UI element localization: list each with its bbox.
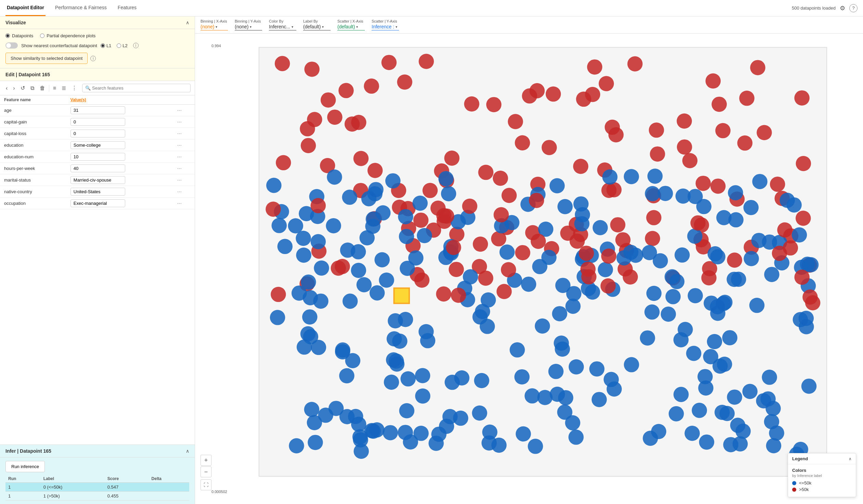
scatter-dot[interactable] [627, 56, 643, 72]
scatter-dot[interactable] [699, 435, 714, 450]
scatter-dot[interactable] [569, 359, 584, 375]
scatter-dot[interactable] [486, 97, 502, 113]
scatter-dot[interactable] [417, 228, 432, 244]
scatter-dot[interactable] [340, 243, 355, 258]
scatter-dot[interactable] [607, 382, 622, 397]
scatter-dot[interactable] [701, 270, 716, 285]
similarity-info-icon[interactable]: i [90, 56, 96, 61]
scatter-dot[interactable] [739, 91, 754, 106]
scatter-dot[interactable] [598, 262, 613, 277]
scatter-dot[interactable] [474, 373, 489, 388]
scatter-dot[interactable] [777, 222, 792, 238]
help-button[interactable]: ? [849, 4, 858, 12]
feature-value-input[interactable] [71, 106, 125, 114]
scatter-dot[interactable] [304, 62, 320, 77]
scatter-dot[interactable] [463, 269, 478, 284]
scatter-dot[interactable] [624, 357, 639, 372]
scatter-dot[interactable] [314, 260, 329, 276]
scatter-dot[interactable] [478, 270, 493, 286]
scatter-dot[interactable] [750, 60, 765, 75]
scatter-dot[interactable] [602, 169, 618, 185]
scatter-dot[interactable] [682, 153, 698, 169]
legend-collapse-btn[interactable]: ∧ [849, 456, 852, 461]
scatter-dot[interactable] [464, 96, 479, 112]
scatter-dot[interactable] [766, 438, 781, 453]
scatter-dot[interactable] [793, 312, 808, 327]
feature-value-input[interactable] [71, 118, 125, 126]
scatter-dot[interactable] [673, 332, 689, 347]
scatter-dot[interactable] [367, 163, 383, 178]
scatter-dot[interactable] [311, 198, 326, 214]
scatter-dot[interactable] [502, 188, 517, 203]
scatter-dot[interactable] [359, 230, 375, 246]
more-options-btn[interactable]: ··· [177, 189, 182, 195]
more-options-btn[interactable]: ··· [177, 131, 182, 137]
scatter-dot[interactable] [327, 109, 342, 125]
fullscreen-button[interactable]: ⛶ [201, 479, 212, 490]
scatter-dot[interactable] [722, 330, 737, 345]
scatter-dot[interactable] [643, 431, 658, 446]
scatter-dot[interactable] [451, 287, 466, 303]
scatter-dot[interactable] [531, 234, 546, 249]
scatter-dot[interactable] [353, 151, 369, 166]
scatter-dot[interactable] [491, 231, 506, 247]
partial-dependence-radio[interactable]: Partial dependence plots [40, 33, 96, 38]
scatter-dot[interactable] [364, 79, 379, 94]
scatter-dot[interactable] [673, 387, 689, 402]
scatter-dot[interactable] [326, 218, 341, 234]
scatter-dot[interactable] [800, 256, 815, 272]
scatter-dot[interactable] [301, 138, 316, 153]
scatter-dot[interactable] [794, 269, 810, 285]
search-input[interactable] [92, 86, 188, 91]
scatter-dot[interactable] [500, 245, 515, 260]
scatter-dot[interactable] [579, 246, 594, 261]
scatter-dot[interactable] [388, 313, 403, 328]
scatter-dot[interactable] [737, 135, 753, 151]
scatter-dot[interactable] [756, 125, 772, 140]
scatter-dot[interactable] [615, 232, 631, 248]
scatter-dot[interactable] [548, 364, 564, 379]
similarity-button[interactable]: Show similarity to selected datapoint [5, 53, 88, 64]
scatter-dot[interactable] [546, 87, 561, 102]
scatter-dot[interactable] [436, 286, 451, 302]
scatter-dot[interactable] [398, 209, 413, 224]
scatter-dot[interactable] [760, 391, 776, 406]
scatter-dot[interactable] [796, 211, 811, 226]
scatter-dot[interactable] [277, 239, 293, 254]
settings-button[interactable]: ⚙ [840, 4, 845, 12]
scatter-dot[interactable] [454, 370, 470, 386]
scatter-dot[interactable] [446, 240, 461, 255]
tab-features[interactable]: Features [116, 0, 138, 16]
scatter-dot[interactable] [313, 293, 328, 309]
scatter-plot[interactable] [195, 34, 863, 504]
feature-value-input[interactable] [71, 130, 125, 138]
more-options-btn[interactable]: ··· [177, 142, 182, 148]
scatter-dot[interactable] [321, 92, 336, 108]
scatter-dot[interactable] [690, 216, 706, 231]
scatter-dot[interactable] [338, 83, 354, 99]
scatter-dot[interactable] [742, 384, 758, 399]
scatter-dot[interactable] [265, 202, 281, 217]
scatter-dot[interactable] [665, 289, 681, 304]
scatter-dot[interactable] [379, 272, 394, 288]
scatter-dot[interactable] [610, 217, 626, 233]
back-btn[interactable]: ‹ [4, 84, 9, 92]
scatter-dot[interactable] [557, 404, 573, 420]
scatter-dot[interactable] [345, 353, 361, 368]
scatter-dot[interactable] [565, 298, 581, 314]
scatter-dot[interactable] [743, 200, 759, 216]
scatter-dot[interactable] [710, 249, 725, 264]
scatter-dot[interactable] [685, 426, 700, 441]
scatter-dot[interactable] [783, 241, 798, 256]
scatter-dot[interactable] [585, 87, 601, 102]
scatter-dot[interactable] [385, 173, 401, 189]
scatter-dot[interactable] [327, 170, 342, 185]
scatter-dot[interactable] [339, 368, 354, 384]
scatter-dot[interactable] [568, 429, 584, 445]
scatter-dot[interactable] [714, 405, 730, 420]
scatter-dot[interactable] [661, 307, 676, 322]
more-options-btn[interactable]: ··· [177, 177, 182, 183]
scatter-dot[interactable] [727, 253, 742, 268]
scatter-dot[interactable] [528, 439, 543, 454]
tab-performance-fairness[interactable]: Performance & Fairness [54, 0, 108, 16]
